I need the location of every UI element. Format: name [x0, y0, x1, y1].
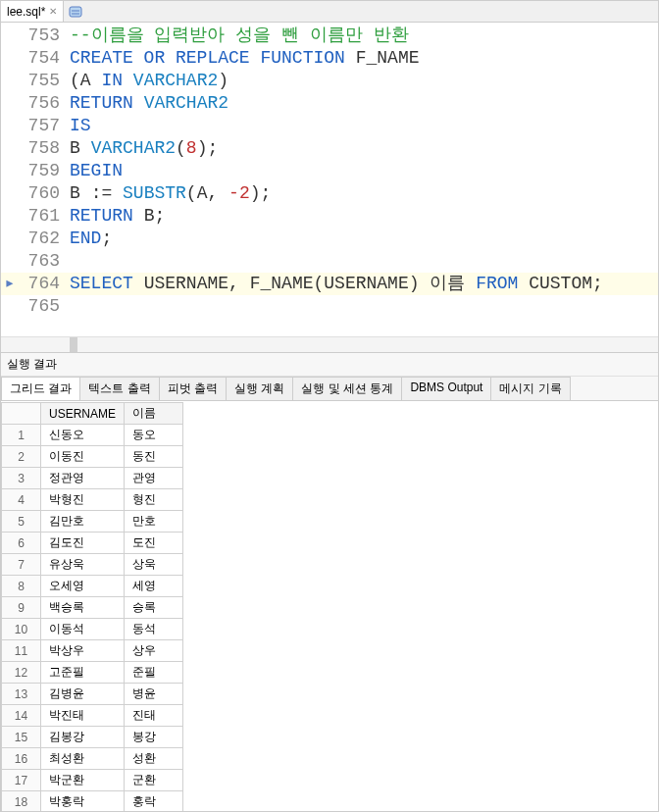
row-number-cell[interactable]: 18 [2, 791, 41, 813]
data-cell[interactable]: 이동진 [41, 446, 125, 468]
table-row[interactable]: 12고준필준필 [2, 662, 183, 684]
data-cell[interactable]: 상욱 [125, 554, 183, 576]
table-row[interactable]: 13김병윤병윤 [2, 684, 183, 705]
results-tab[interactable]: 실행 계획 [226, 377, 293, 400]
table-row[interactable]: 10이동석동석 [2, 619, 183, 640]
data-cell[interactable]: 오세영 [41, 576, 125, 597]
table-row[interactable]: 1신동오동오 [2, 425, 183, 446]
table-row[interactable]: 6김도진도진 [2, 533, 183, 554]
editor-line[interactable]: 755(A IN VARCHAR2) [1, 70, 658, 92]
table-row[interactable]: 8오세영세영 [2, 576, 183, 597]
data-cell[interactable]: 준필 [125, 662, 183, 684]
results-tab[interactable]: 실행 및 세션 통계 [292, 377, 402, 400]
row-number-cell[interactable]: 4 [2, 489, 41, 511]
column-header[interactable]: 이름 [125, 403, 183, 425]
row-number-cell[interactable]: 1 [2, 425, 41, 446]
editor-line[interactable]: 760B := SUBSTR(A, -2); [1, 182, 658, 205]
row-number-cell[interactable]: 6 [2, 533, 41, 554]
editor-line[interactable]: 756RETURN VARCHAR2 [1, 92, 658, 115]
file-tab-active[interactable]: lee.sql* ✕ [1, 1, 64, 22]
data-cell[interactable]: 최성환 [41, 748, 125, 770]
editor-line[interactable]: 761RETURN B; [1, 205, 658, 228]
sql-icon[interactable] [68, 4, 83, 20]
row-number-cell[interactable]: 8 [2, 576, 41, 597]
data-cell[interactable]: 박형진 [41, 489, 125, 511]
row-number-cell[interactable]: 16 [2, 748, 41, 770]
table-row[interactable]: 14박진태진태 [2, 705, 183, 727]
results-tab[interactable]: 메시지 기록 [490, 377, 570, 400]
table-row[interactable]: 7유상욱상욱 [2, 554, 183, 576]
table-row[interactable]: 4박형진형진 [2, 489, 183, 511]
data-cell[interactable]: 고준필 [41, 662, 125, 684]
data-cell[interactable]: 동오 [125, 425, 183, 446]
row-number-cell[interactable]: 11 [2, 640, 41, 662]
results-tab[interactable]: DBMS Output [401, 377, 491, 400]
editor-line[interactable]: 765 [1, 295, 658, 318]
data-cell[interactable]: 세영 [125, 576, 183, 597]
sql-editor[interactable]: 753--이름을 입력받아 성을 뺀 이름만 반환754CREATE OR RE… [1, 23, 658, 336]
data-cell[interactable]: 동석 [125, 619, 183, 640]
row-number-cell[interactable]: 2 [2, 446, 41, 468]
editor-line[interactable]: 757IS [1, 115, 658, 137]
row-number-cell[interactable]: 7 [2, 554, 41, 576]
data-cell[interactable]: 동진 [125, 446, 183, 468]
editor-line[interactable]: 762END; [1, 228, 658, 250]
table-row[interactable]: 18박홍락홍락 [2, 791, 183, 813]
data-cell[interactable]: 승록 [125, 597, 183, 619]
data-cell[interactable]: 봉강 [125, 727, 183, 748]
close-icon[interactable]: ✕ [49, 6, 57, 17]
results-tab[interactable]: 텍스트 출력 [79, 377, 159, 400]
data-cell[interactable]: 병윤 [125, 684, 183, 705]
data-cell[interactable]: 김병윤 [41, 684, 125, 705]
row-number-cell[interactable]: 17 [2, 770, 41, 791]
table-row[interactable]: 3정관영관영 [2, 468, 183, 489]
data-cell[interactable]: 군환 [125, 770, 183, 791]
editor-line[interactable]: 758B VARCHAR2(8); [1, 137, 658, 160]
row-number-cell[interactable]: 15 [2, 727, 41, 748]
data-cell[interactable]: 김도진 [41, 533, 125, 554]
table-row[interactable]: 9백승록승록 [2, 597, 183, 619]
row-number-cell[interactable]: 14 [2, 705, 41, 727]
editor-line[interactable]: 759BEGIN [1, 160, 658, 182]
row-number-cell[interactable]: 10 [2, 619, 41, 640]
data-cell[interactable]: 관영 [125, 468, 183, 489]
data-cell[interactable]: 유상욱 [41, 554, 125, 576]
row-number-cell[interactable]: 12 [2, 662, 41, 684]
data-cell[interactable]: 만호 [125, 511, 183, 533]
editor-line[interactable]: 753--이름을 입력받아 성을 뺀 이름만 반환 [1, 25, 658, 47]
table-row[interactable]: 11박상우상우 [2, 640, 183, 662]
data-cell[interactable]: 이동석 [41, 619, 125, 640]
table-row[interactable]: 2이동진동진 [2, 446, 183, 468]
data-cell[interactable]: 홍락 [125, 791, 183, 813]
row-number-cell[interactable]: 9 [2, 597, 41, 619]
table-row[interactable]: 17박군환군환 [2, 770, 183, 791]
editor-hscrollbar[interactable] [1, 336, 658, 352]
results-tab[interactable]: 피벗 출력 [159, 377, 227, 400]
data-cell[interactable]: 신동오 [41, 425, 125, 446]
editor-line[interactable]: 754CREATE OR REPLACE FUNCTION F_NAME [1, 47, 658, 70]
row-number-cell[interactable]: 5 [2, 511, 41, 533]
row-number-header[interactable] [2, 403, 41, 425]
row-number-cell[interactable]: 3 [2, 468, 41, 489]
editor-line[interactable]: 763 [1, 250, 658, 273]
data-cell[interactable]: 성환 [125, 748, 183, 770]
row-number-cell[interactable]: 13 [2, 684, 41, 705]
data-cell[interactable]: 형진 [125, 489, 183, 511]
table-row[interactable]: 15김봉강봉강 [2, 727, 183, 748]
data-cell[interactable]: 백승록 [41, 597, 125, 619]
data-cell[interactable]: 박군환 [41, 770, 125, 791]
table-row[interactable]: 16최성환성환 [2, 748, 183, 770]
data-cell[interactable]: 박진태 [41, 705, 125, 727]
results-grid-wrap[interactable]: USERNAME이름 1신동오동오2이동진동진3정관영관영4박형진형진5김만호만… [1, 401, 658, 812]
data-cell[interactable]: 도진 [125, 533, 183, 554]
scrollbar-thumb[interactable] [70, 337, 77, 352]
data-cell[interactable]: 진태 [125, 705, 183, 727]
data-cell[interactable]: 박홍락 [41, 791, 125, 813]
data-cell[interactable]: 김봉강 [41, 727, 125, 748]
data-cell[interactable]: 상우 [125, 640, 183, 662]
column-header[interactable]: USERNAME [41, 403, 125, 425]
data-cell[interactable]: 박상우 [41, 640, 125, 662]
editor-line[interactable]: ▸764SELECT USERNAME, F_NAME(USERNAME) 이름… [1, 273, 658, 295]
data-cell[interactable]: 김만호 [41, 511, 125, 533]
data-cell[interactable]: 정관영 [41, 468, 125, 489]
